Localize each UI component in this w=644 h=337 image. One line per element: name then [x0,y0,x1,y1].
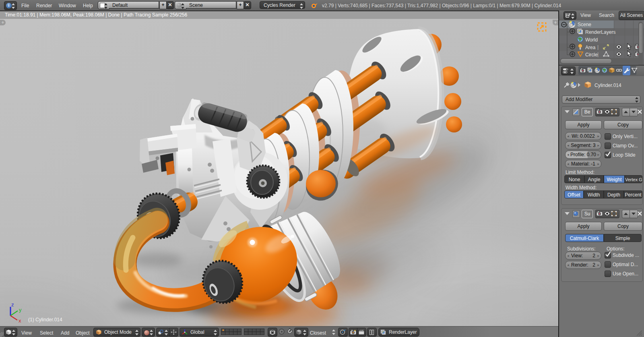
svg-text:x: x [19,318,21,324]
svg-text:z: z [11,303,14,308]
svg-text:y: y [19,307,22,313]
